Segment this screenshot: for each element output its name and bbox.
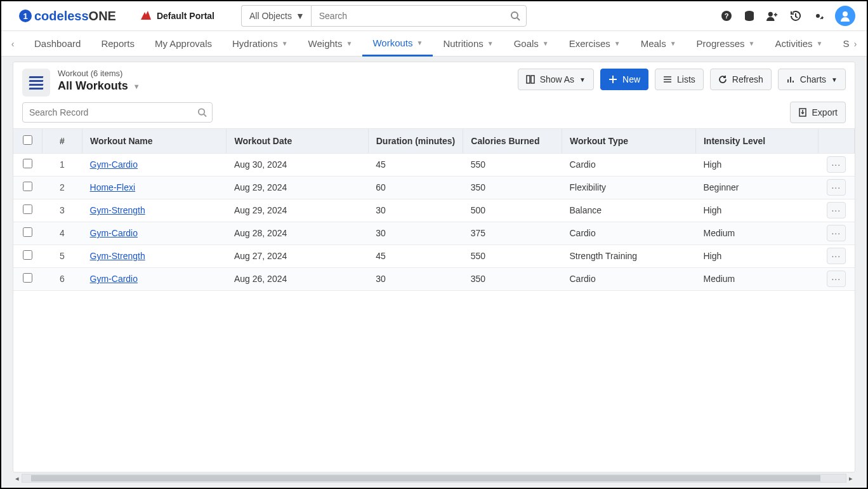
export-label: Export bbox=[812, 107, 838, 117]
nav-tab-label: Meals bbox=[641, 38, 666, 49]
scroll-track[interactable] bbox=[22, 474, 846, 483]
search-scope-dropdown[interactable]: All Objects ▼ bbox=[241, 5, 311, 27]
scroll-left-arrow[interactable]: ◂ bbox=[13, 474, 22, 483]
scroll-thumb[interactable] bbox=[31, 475, 820, 481]
row-checkbox[interactable] bbox=[23, 159, 32, 168]
user-avatar[interactable] bbox=[835, 6, 855, 26]
table-row: 1Gym-CardioAug 30, 202445550CardioHigh··… bbox=[13, 153, 855, 176]
workout-link[interactable]: Gym-Strength bbox=[90, 205, 145, 215]
nav-tab-label: Progresses bbox=[697, 38, 745, 49]
scroll-right-arrow[interactable]: ▸ bbox=[846, 474, 855, 483]
caret-down-icon: ▼ bbox=[487, 40, 494, 47]
nav-tab-goals[interactable]: Goals▼ bbox=[504, 31, 559, 57]
workout-link[interactable]: Gym-Cardio bbox=[90, 159, 138, 170]
header-actions bbox=[818, 129, 854, 153]
table-row: 5Gym-StrengthAug 27, 202445550Strength T… bbox=[13, 245, 855, 267]
nav-tab-weights[interactable]: Weights▼ bbox=[298, 31, 363, 57]
svg-point-0 bbox=[511, 12, 518, 18]
header-type[interactable]: Workout Type bbox=[562, 129, 695, 153]
header-name[interactable]: Workout Name bbox=[82, 129, 227, 153]
nav-tab-nutritions[interactable]: Nutritions▼ bbox=[433, 31, 503, 57]
header-checkbox-cell bbox=[13, 129, 42, 153]
caret-down-icon: ▼ bbox=[282, 40, 288, 47]
select-all-checkbox[interactable] bbox=[23, 135, 32, 145]
show-as-button[interactable]: Show As ▼ bbox=[518, 69, 594, 90]
show-as-label: Show As bbox=[540, 74, 574, 84]
search-scope-label: All Objects bbox=[249, 11, 292, 21]
row-actions-button[interactable]: ··· bbox=[827, 225, 846, 241]
row-actions-button[interactable]: ··· bbox=[827, 248, 846, 264]
header-calories[interactable]: Calories Burned bbox=[463, 129, 562, 153]
horizontal-scrollbar[interactable]: ◂ ▸ bbox=[13, 472, 855, 484]
app-logo[interactable]: 1 codelessONE bbox=[19, 9, 116, 23]
nav-tab-label: Workouts bbox=[372, 37, 412, 48]
nav-tab-meals[interactable]: Meals▼ bbox=[631, 31, 687, 57]
row-checkbox[interactable] bbox=[23, 204, 32, 214]
cell-type: Cardio bbox=[562, 153, 695, 176]
nav-scroll-right[interactable]: › bbox=[849, 39, 862, 49]
row-actions-button[interactable]: ··· bbox=[827, 156, 846, 173]
row-checkbox[interactable] bbox=[23, 250, 32, 260]
row-actions-button[interactable]: ··· bbox=[827, 271, 846, 287]
nav-tab-reports[interactable]: Reports bbox=[91, 31, 145, 57]
table-row: 6Gym-CardioAug 26, 202430350CardioMedium… bbox=[13, 267, 855, 290]
workout-link[interactable]: Gym-Cardio bbox=[90, 228, 138, 238]
nav-tab-dashboard[interactable]: Dashboard bbox=[24, 31, 91, 57]
portal-selector[interactable]: Default Portal bbox=[140, 11, 214, 21]
nav-tab-activities[interactable]: Activities▼ bbox=[765, 31, 832, 57]
nav-scroll-left[interactable]: ‹ bbox=[6, 39, 19, 49]
view-title: All Workouts bbox=[58, 79, 128, 93]
row-checkbox[interactable] bbox=[23, 182, 32, 191]
nav-tab-hydrations[interactable]: Hydrations▼ bbox=[222, 31, 298, 57]
nav-tab-sleeps[interactable]: Sleeps bbox=[832, 31, 849, 57]
caret-down-icon: ▼ bbox=[346, 40, 353, 47]
cell-type: Balance bbox=[562, 199, 695, 222]
workout-link[interactable]: Gym-Strength bbox=[90, 251, 145, 261]
nav-tab-progresses[interactable]: Progresses▼ bbox=[687, 31, 765, 57]
lists-button[interactable]: Lists bbox=[655, 69, 704, 90]
row-checkbox[interactable] bbox=[23, 227, 32, 237]
cell-calories: 375 bbox=[463, 222, 562, 245]
header-intensity[interactable]: Intensity Level bbox=[695, 129, 818, 153]
refresh-button[interactable]: Refresh bbox=[710, 69, 772, 90]
panel-subbar: Export bbox=[13, 102, 855, 128]
caret-down-icon: ▼ bbox=[748, 40, 754, 47]
record-search-input[interactable] bbox=[22, 102, 213, 123]
nav-tab-my-approvals[interactable]: My Approvals bbox=[145, 31, 222, 57]
header-duration[interactable]: Duration (minutes) bbox=[368, 129, 463, 153]
help-icon[interactable]: ? bbox=[721, 10, 732, 22]
workout-link[interactable]: Home-Flexi bbox=[90, 182, 136, 192]
settings-icon[interactable] bbox=[812, 10, 824, 22]
nav-tab-label: Sleeps bbox=[843, 38, 849, 49]
charts-button[interactable]: Charts ▼ bbox=[778, 69, 846, 90]
cell-date: Aug 26, 2024 bbox=[227, 267, 368, 290]
header-date[interactable]: Workout Date bbox=[227, 129, 368, 153]
panel-toolbar: Show As ▼ New Lists Refresh Charts bbox=[518, 69, 846, 90]
cell-intensity: High bbox=[695, 245, 818, 267]
cell-date: Aug 29, 2024 bbox=[227, 199, 368, 222]
database-icon[interactable] bbox=[744, 10, 755, 22]
nav-tab-exercises[interactable]: Exercises▼ bbox=[559, 31, 631, 57]
cell-intensity: High bbox=[695, 199, 818, 222]
history-icon[interactable] bbox=[789, 10, 801, 22]
svg-point-19 bbox=[199, 109, 204, 114]
svg-rect-10 bbox=[531, 76, 534, 83]
header-num[interactable]: # bbox=[42, 129, 82, 153]
row-checkbox[interactable] bbox=[23, 273, 32, 283]
new-button[interactable]: New bbox=[600, 69, 648, 90]
export-button[interactable]: Export bbox=[790, 102, 846, 123]
row-actions-button[interactable]: ··· bbox=[827, 179, 846, 196]
global-search-input[interactable] bbox=[311, 5, 527, 27]
cell-num: 5 bbox=[42, 245, 82, 267]
nav-tab-workouts[interactable]: Workouts▼ bbox=[362, 31, 433, 57]
caret-down-icon: ▼ bbox=[614, 40, 621, 47]
workout-link[interactable]: Gym-Cardio bbox=[90, 274, 138, 284]
row-actions-button[interactable]: ··· bbox=[827, 202, 846, 218]
add-user-icon[interactable] bbox=[766, 10, 778, 22]
cell-type: Cardio bbox=[562, 267, 695, 290]
logo-text-2: ONE bbox=[89, 9, 116, 23]
view-selector[interactable]: All Workouts ▼ bbox=[58, 79, 140, 93]
cell-calories: 350 bbox=[463, 267, 562, 290]
cell-intensity: Beginner bbox=[695, 176, 818, 199]
nav-tab-label: Exercises bbox=[569, 38, 610, 49]
